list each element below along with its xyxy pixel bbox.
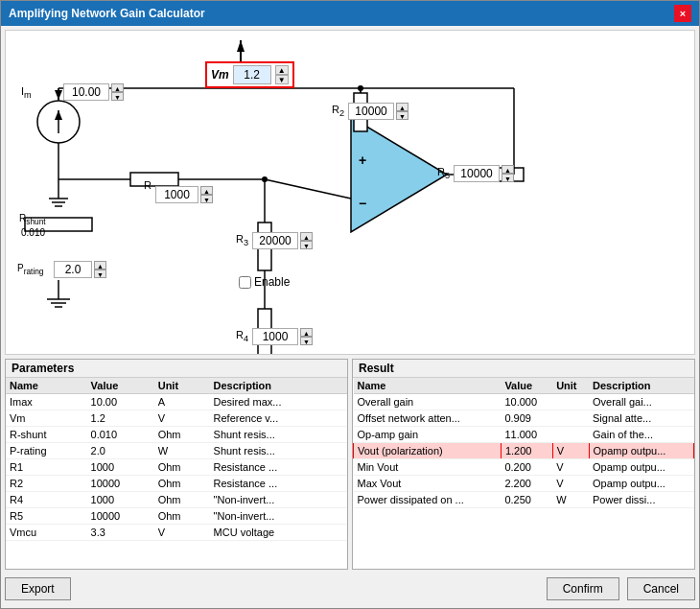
R3-label: R3 (236, 233, 248, 247)
R3-input-group: R3 ▲ ▼ (236, 232, 313, 249)
R2-spin-up[interactable]: ▲ (396, 103, 408, 111)
vm-spin-down[interactable]: ▼ (275, 75, 289, 84)
bottom-panels: Parameters Name Value Unit Description (5, 359, 695, 570)
Rshunt-value-label: 0.010 (21, 227, 45, 238)
table-row: Max Vout2.200VOpamp outpu... (354, 476, 694, 492)
R3-spinner: ▲ ▼ (300, 232, 313, 249)
R5-input-group: R5 ▲ ▼ (437, 165, 514, 182)
close-button[interactable]: × (674, 5, 691, 22)
result-panel: Result Name Value Unit Description (352, 359, 695, 570)
R5-spinner: ▲ ▼ (502, 165, 514, 182)
parameters-title: Parameters (6, 360, 347, 378)
cancel-button[interactable]: Cancel (627, 577, 695, 600)
table-row: Min Vout0.200VOpamp outpu... (354, 459, 694, 476)
R4-input[interactable] (252, 328, 298, 345)
im-spin-down[interactable]: ▼ (111, 92, 124, 101)
R2-input[interactable] (348, 103, 394, 120)
enable-group: Enable (239, 275, 290, 289)
result-col-unit: Unit (552, 378, 589, 394)
table-row: Op-amp gain11.000Gain of the... (354, 427, 694, 443)
params-col-desc: Description (210, 378, 347, 394)
result-col-value: Value (501, 378, 552, 394)
Rshunt-label: Rshunt (19, 213, 46, 226)
result-col-desc: Description (589, 378, 693, 394)
table-row: R11000OhmResistance ... (6, 459, 347, 476)
R4-input-group: R4 ▲ ▼ (236, 328, 313, 345)
R5-label: R5 (437, 166, 450, 180)
R2-spin-down[interactable]: ▼ (396, 111, 408, 120)
R-label: R (144, 179, 152, 191)
Prating-input[interactable] (54, 261, 92, 278)
im-label: Im (21, 85, 32, 100)
R3-spin-up[interactable]: ▲ (300, 232, 313, 241)
R3-input[interactable] (252, 232, 298, 249)
window-title: Amplifying Network Gain Calculator (9, 7, 205, 20)
table-row: Overall gain10.000Overall gai... (354, 394, 694, 410)
vm-spin-up[interactable]: ▲ (275, 65, 289, 75)
R-input-group: ▲ ▼ (155, 186, 213, 203)
confirm-button[interactable]: Confirm (547, 577, 619, 600)
R5-spin-up[interactable]: ▲ (502, 165, 514, 174)
vm-spinner: ▲ ▼ (275, 65, 289, 84)
svg-text:−: − (359, 196, 366, 211)
Prating-spin-down[interactable]: ▼ (94, 269, 106, 278)
Prating-spin-up[interactable]: ▲ (94, 261, 106, 269)
Prating-label: Prating (17, 263, 44, 276)
table-row: Vout (polarization)1.200VOpamp outpu... (354, 443, 694, 459)
parameters-table: Name Value Unit Description Imax10.00ADe… (6, 378, 347, 541)
circuit-diagram: + − (5, 30, 695, 355)
im-input[interactable] (63, 83, 109, 101)
R4-spinner: ▲ ▼ (300, 328, 313, 345)
main-window: Amplifying Network Gain Calculator × (0, 0, 700, 609)
parameters-panel: Parameters Name Value Unit Description (5, 359, 348, 570)
params-col-unit: Unit (154, 378, 210, 394)
table-row: Power dissipated on ...0.250WPower dissi… (354, 492, 694, 508)
export-button[interactable]: Export (5, 577, 71, 600)
svg-text:+: + (359, 152, 366, 168)
svg-rect-13 (130, 173, 178, 186)
im-spinner: ▲ ▼ (111, 83, 124, 101)
svg-line-25 (265, 179, 351, 199)
R5-spin-down[interactable]: ▼ (502, 174, 514, 182)
footer: Export Confirm Cancel (5, 574, 695, 604)
R5-input[interactable] (454, 165, 500, 182)
R2-spinner: ▲ ▼ (396, 103, 408, 120)
R-spin-up[interactable]: ▲ (200, 186, 213, 195)
table-row: Imax10.00ADesired max... (6, 394, 347, 410)
params-col-name: Name (6, 378, 87, 394)
Prating-input-group: ▲ ▼ (54, 261, 106, 278)
footer-right-buttons: Confirm Cancel (547, 577, 695, 600)
R-spinner: ▲ ▼ (200, 186, 213, 203)
table-row: R210000OhmResistance ... (6, 476, 347, 492)
table-row: R-shunt0.010OhmShunt resis... (6, 427, 347, 443)
R-input[interactable] (155, 186, 198, 203)
svg-marker-42 (237, 40, 245, 52)
title-bar: Amplifying Network Gain Calculator × (1, 1, 699, 26)
main-content: + − (1, 26, 699, 608)
R4-spin-down[interactable]: ▼ (300, 337, 313, 345)
Prating-spinner: ▲ ▼ (94, 261, 106, 278)
table-row: Vmcu3.3VMCU voltage (6, 525, 347, 541)
R3-spin-down[interactable]: ▼ (300, 241, 313, 249)
result-title: Result (353, 360, 694, 378)
R4-label: R4 (236, 329, 248, 343)
im-spin-up[interactable]: ▲ (111, 83, 124, 92)
svg-point-35 (358, 85, 363, 91)
result-col-name: Name (354, 378, 502, 394)
table-row: R510000Ohm"Non-invert... (6, 508, 347, 525)
enable-checkbox[interactable] (239, 276, 251, 289)
vm-input[interactable]: 1.2 (233, 65, 271, 84)
table-row: Offset network atten...0.909Signal atte.… (354, 410, 694, 427)
circuit-svg: + − (6, 31, 694, 354)
table-row: Vm1.2VReference v... (6, 410, 347, 427)
result-table: Name Value Unit Description Overall gain… (353, 378, 694, 508)
vm-input-group: Vm 1.2 ▲ ▼ (205, 61, 294, 88)
R2-label: R2 (332, 104, 344, 118)
params-col-value: Value (87, 378, 154, 394)
table-row: P-rating2.0WShunt resis... (6, 443, 347, 459)
vm-label: Vm (211, 68, 229, 82)
R-spin-down[interactable]: ▼ (200, 195, 213, 203)
table-row: R41000Ohm"Non-invert... (6, 492, 347, 508)
im-input-group: ▲ ▼ (63, 83, 124, 101)
R4-spin-up[interactable]: ▲ (300, 328, 313, 337)
